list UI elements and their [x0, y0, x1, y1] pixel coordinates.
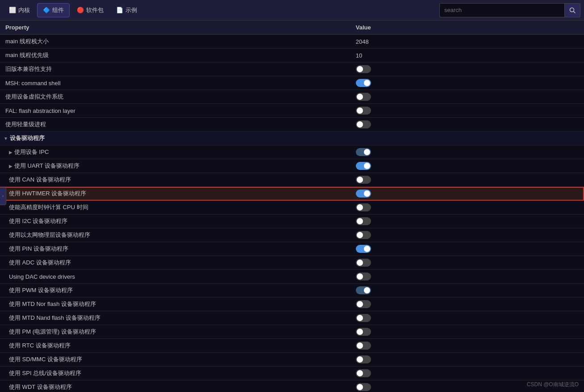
table-row[interactable]: 使用 ADC 设备驱动程序: [0, 256, 584, 270]
tab-kernel[interactable]: ⬜ 内核: [4, 4, 35, 17]
property-cell: Using DAC device drivers: [0, 270, 350, 284]
table-row[interactable]: 使用 MTD Nand flash 设备驱动程序: [0, 311, 584, 325]
value-cell[interactable]: [350, 76, 584, 90]
toggle-switch[interactable]: [356, 328, 371, 336]
table-row[interactable]: ▼设备驱动程序: [0, 132, 584, 145]
toggle-switch[interactable]: [356, 231, 371, 239]
table-row[interactable]: main 线程优先级10: [0, 49, 584, 62]
value-cell[interactable]: [350, 173, 584, 187]
toggle-switch[interactable]: [356, 314, 371, 322]
value-cell[interactable]: [350, 187, 584, 201]
value-cell[interactable]: [350, 339, 584, 353]
table-row[interactable]: 使用 HWTIMER 设备驱动程序: [0, 187, 584, 201]
table-row[interactable]: 使用以太网物理层设备驱动程序: [0, 228, 584, 242]
toggle-switch[interactable]: [356, 217, 371, 225]
table-row[interactable]: 使用 PWM 设备驱动程序: [0, 284, 584, 297]
toggle-switch[interactable]: [356, 286, 371, 294]
value-cell[interactable]: [350, 311, 584, 325]
search-input[interactable]: [439, 3, 564, 17]
property-cell: 使用 ADC 设备驱动程序: [0, 256, 350, 270]
expand-arrow[interactable]: ▶: [9, 150, 13, 155]
toggle-switch[interactable]: [356, 369, 371, 377]
tab-packages[interactable]: 🔴 软件包: [71, 4, 109, 17]
value-cell[interactable]: [350, 228, 584, 242]
expand-arrow[interactable]: ▼: [4, 136, 8, 141]
table-row[interactable]: 使用 I2C 设备驱动程序: [0, 215, 584, 228]
text-value: 10: [356, 52, 362, 59]
toggle-switch[interactable]: [356, 120, 371, 128]
value-cell[interactable]: [350, 367, 584, 380]
toggle-switch[interactable]: [356, 65, 371, 73]
sidebar-toggle[interactable]: ›: [0, 187, 6, 205]
table-header-row: Property Value: [0, 21, 584, 35]
value-cell[interactable]: [350, 256, 584, 270]
table-row[interactable]: MSH: command shell: [0, 76, 584, 90]
toggle-switch[interactable]: [356, 148, 371, 156]
toggle-switch[interactable]: [356, 383, 371, 391]
table-row[interactable]: 使用 WDT 设备驱动程序: [0, 380, 584, 392]
value-cell[interactable]: [350, 201, 584, 215]
toggle-switch[interactable]: [356, 300, 371, 308]
property-column-header: Property: [0, 21, 350, 35]
toggle-switch[interactable]: [356, 107, 371, 115]
table-row[interactable]: Using DAC device drivers: [0, 270, 584, 284]
tab-examples[interactable]: 📄 示例: [111, 4, 142, 17]
text-value: 2048: [356, 38, 369, 45]
property-cell: 使用 SD/MMC 设备驱动程序: [0, 353, 350, 367]
value-cell[interactable]: [350, 104, 584, 118]
value-cell[interactable]: [350, 62, 584, 76]
table-row[interactable]: 使用设备虚拟文件系统: [0, 90, 584, 104]
value-cell[interactable]: [350, 145, 584, 159]
toggle-switch[interactable]: [356, 272, 371, 281]
config-table: Property Value main 线程栈大小2048main 线程优先级1…: [0, 21, 584, 392]
value-cell[interactable]: [350, 118, 584, 132]
watermark: CSDN @O南城逆流O: [527, 381, 579, 388]
property-cell: 使用 PWM 设备驱动程序: [0, 284, 350, 297]
table-row[interactable]: 使用 SPI 总线/设备驱动程序: [0, 367, 584, 380]
value-cell[interactable]: 2048: [350, 35, 584, 49]
toggle-switch[interactable]: [356, 203, 371, 211]
toggle-switch[interactable]: [356, 176, 371, 184]
value-cell[interactable]: [350, 215, 584, 228]
toggle-switch[interactable]: [356, 355, 371, 363]
value-cell[interactable]: [350, 242, 584, 256]
value-cell[interactable]: [350, 90, 584, 104]
toggle-switch[interactable]: [356, 245, 371, 253]
toggle-switch[interactable]: [356, 93, 371, 101]
table-row[interactable]: 使用 PIN 设备驱动程序: [0, 242, 584, 256]
toggle-switch[interactable]: [356, 79, 371, 87]
value-cell[interactable]: [350, 297, 584, 311]
table-row[interactable]: 旧版本兼容性支持: [0, 62, 584, 76]
svg-line-1: [574, 11, 576, 13]
table-row[interactable]: 使用 RTC 设备驱动程序: [0, 339, 584, 353]
value-cell[interactable]: [350, 159, 584, 173]
table-row[interactable]: 使用 PM (电源管理) 设备驱动程序: [0, 325, 584, 339]
value-cell[interactable]: [350, 325, 584, 339]
search-button[interactable]: [564, 3, 580, 17]
kernel-icon: ⬜: [9, 7, 16, 14]
table-row[interactable]: 使用 CAN 设备驱动程序: [0, 173, 584, 187]
property-cell: 使能高精度时钟计算 CPU 时间: [0, 201, 350, 215]
property-cell: FAL: flash abstraction layer: [0, 104, 350, 118]
table-row[interactable]: 使能高精度时钟计算 CPU 时间: [0, 201, 584, 215]
toggle-switch[interactable]: [356, 342, 371, 350]
toggle-switch[interactable]: [356, 162, 371, 170]
property-cell: MSH: command shell: [0, 76, 350, 90]
table-row[interactable]: 使用 MTD Nor flash 设备驱动程序: [0, 297, 584, 311]
table-row[interactable]: ▶使用 UART 设备驱动程序: [0, 159, 584, 173]
table-row[interactable]: main 线程栈大小2048: [0, 35, 584, 49]
expand-arrow[interactable]: ▶: [9, 164, 13, 169]
value-cell[interactable]: [350, 353, 584, 367]
table-row[interactable]: 使用轻量级进程: [0, 118, 584, 132]
examples-icon: 📄: [116, 7, 123, 14]
table-row[interactable]: ▶使用设备 IPC: [0, 145, 584, 159]
toggle-switch[interactable]: [356, 259, 371, 267]
value-cell[interactable]: [350, 284, 584, 297]
value-cell[interactable]: [350, 270, 584, 284]
toggle-switch[interactable]: [356, 190, 371, 198]
table-row[interactable]: FAL: flash abstraction layer: [0, 104, 584, 118]
tab-components[interactable]: 🔷 组件: [37, 3, 70, 17]
value-cell[interactable]: 10: [350, 49, 584, 62]
table-row[interactable]: 使用 SD/MMC 设备驱动程序: [0, 353, 584, 367]
value-cell[interactable]: [350, 132, 584, 145]
